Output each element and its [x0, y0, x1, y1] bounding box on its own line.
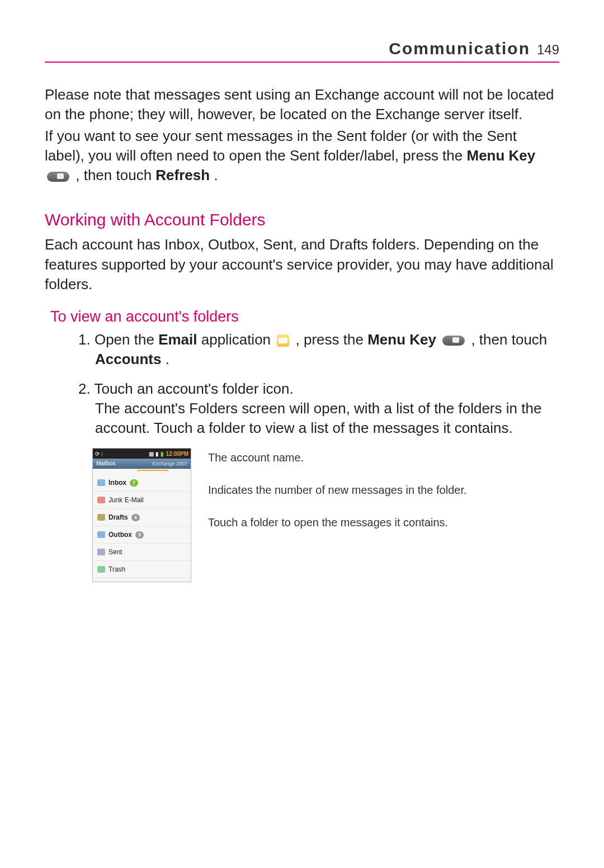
status-icons-right: ▦ ▮ ▮ 12:00PM [149, 451, 188, 457]
step-number: 2. [78, 380, 94, 397]
folder-label: Junk E-Mail [108, 496, 144, 504]
step-number: 1. [78, 331, 95, 348]
folder-label: Inbox [108, 479, 126, 487]
menu-key-icon [47, 172, 69, 182]
heading-to-view-accounts-folders: To view an account's folders [50, 308, 559, 326]
email-app-icon [277, 334, 289, 347]
status-icons-left: ⟳ ⁝ [95, 451, 103, 457]
junk-folder-icon [97, 497, 105, 503]
text: Touch an account's folder icon. [94, 380, 293, 397]
bluetooth-icon: ⁝ [101, 451, 103, 457]
battery-icon: ▮ [161, 451, 164, 457]
menu-key-label: Menu Key [367, 331, 436, 348]
folder-label: Trash [108, 565, 125, 573]
menu-key-icon [442, 336, 465, 346]
email-label: Email [158, 331, 197, 348]
heading-working-with-account-folders: Working with Account Folders [45, 210, 559, 229]
signal-bars-icon: ▮ [155, 451, 159, 457]
sent-folder-icon [97, 549, 105, 555]
menu-key-label: Menu Key [466, 147, 535, 164]
text: Open the [95, 331, 158, 348]
folder-row-inbox[interactable]: Inbox7 [93, 474, 191, 492]
intro-paragraph-1: Please note that messages sent using an … [45, 85, 559, 124]
account-name: Exchange 2007 [152, 461, 187, 466]
folder-label: Sent [108, 548, 122, 556]
text: . [166, 351, 169, 367]
text: , then touch [471, 331, 547, 348]
callout-new-message-count: Indicates the number of new messages in … [208, 483, 499, 497]
screenshot-with-callouts: ⟳ ⁝ ▦ ▮ ▮ 12:00PM Mailbox Exchange 2007 … [92, 448, 559, 582]
phone-mockup: ⟳ ⁝ ▦ ▮ ▮ 12:00PM Mailbox Exchange 2007 … [92, 448, 191, 582]
accounts-label: Accounts [95, 351, 161, 367]
page-number: 149 [537, 42, 559, 58]
step-1: 1. Open the Email application , press th… [45, 330, 559, 369]
folder-row-trash[interactable]: Trash [93, 561, 191, 578]
text: If you want to see your sent messages in… [45, 128, 517, 164]
text: , press the [296, 331, 368, 348]
callout-open-folder: Touch a folder to open the messages it c… [208, 515, 499, 530]
section-title: Communication [389, 39, 530, 58]
drafts-folder-icon [97, 514, 105, 521]
folder-row-junk-e-mail[interactable]: Junk E-Mail [93, 492, 191, 509]
text: , then touch [76, 167, 155, 183]
callout-column: The account name. Indicates the number o… [208, 448, 499, 548]
callout-account-name: The account name. [208, 450, 499, 465]
status-bar: ⟳ ⁝ ▦ ▮ ▮ 12:00PM [93, 449, 191, 459]
status-time: 12:00PM [166, 451, 188, 457]
page-header: Communication 149 [45, 39, 559, 63]
sync-icon: ⟳ [95, 451, 100, 457]
inbox-folder-icon [97, 479, 105, 486]
intro-paragraph-2: If you want to see your sent messages in… [45, 126, 559, 185]
step-2: 2. Touch an account's folder icon. The a… [45, 379, 559, 438]
mailbox-header: Mailbox Exchange 2007 [93, 459, 191, 469]
unread-badge: 4 [131, 514, 140, 521]
folder-label: Drafts [108, 513, 128, 521]
folder-row-outbox[interactable]: Outbox3 [93, 526, 191, 544]
folder-label: Outbox [108, 531, 132, 539]
outbox-folder-icon [97, 531, 105, 538]
refresh-label: Refresh [155, 167, 210, 183]
section1-body: Each account has Inbox, Outbox, Sent, an… [45, 235, 559, 294]
text: application [201, 331, 275, 348]
unread-badge: 3 [135, 531, 144, 539]
signal-3g-icon: ▦ [149, 451, 154, 457]
folder-row-drafts[interactable]: Drafts4 [93, 509, 191, 526]
text: The account's Folders screen will open, … [95, 399, 559, 438]
mailbox-title: Mailbox [96, 460, 115, 466]
trash-folder-icon [97, 566, 105, 573]
manual-page: Communication 149 Please note that messa… [0, 0, 604, 627]
text: . [214, 167, 218, 183]
folder-row-sent[interactable]: Sent [93, 544, 191, 561]
folder-list: Inbox7Junk E-MailDrafts4Outbox3SentTrash [93, 471, 191, 582]
unread-badge: 7 [130, 479, 138, 487]
